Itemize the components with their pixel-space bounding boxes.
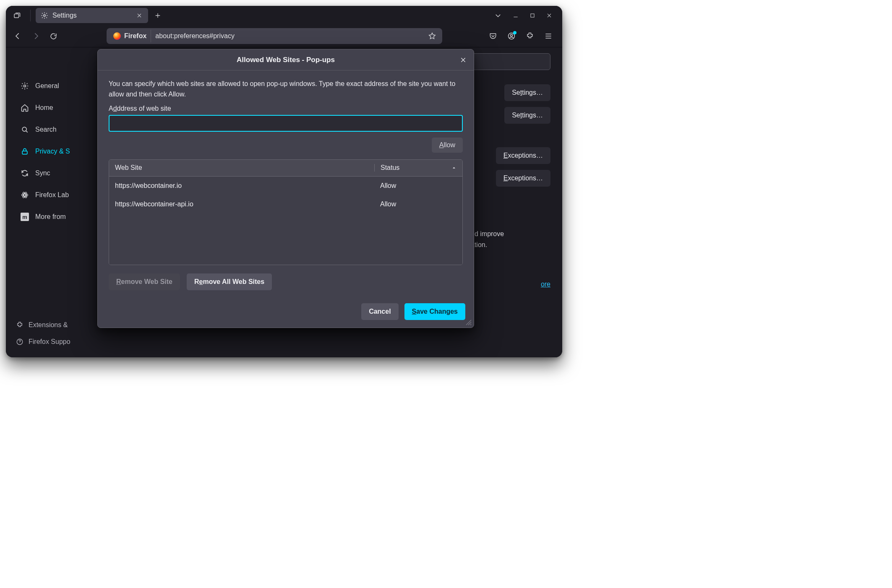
dialog-title: Allowed Web Sites - Pop-ups — [237, 56, 335, 64]
cancel-button[interactable]: Cancel — [361, 303, 398, 320]
firefox-logo-icon — [113, 32, 121, 40]
browser-window: Settings Firefox about:pr — [6, 6, 562, 357]
gear-icon — [20, 82, 29, 90]
svg-point-8 — [24, 194, 26, 196]
cell-website: https://webcontainer.io — [109, 182, 374, 190]
back-button[interactable] — [12, 30, 24, 42]
sidebar-item-label: Sync — [35, 169, 50, 177]
divider — [30, 10, 31, 21]
svg-point-5 — [24, 85, 26, 87]
allow-button[interactable]: Allow — [432, 138, 463, 153]
sidebar-item-label: Home — [35, 104, 53, 112]
background-buttons: Settings… Settings… Exceptions… Exceptio… — [496, 84, 550, 187]
svg-point-6 — [22, 127, 26, 131]
lock-icon — [20, 147, 29, 156]
resize-grip-icon[interactable] — [465, 319, 472, 326]
url-bar[interactable]: Firefox about:preferences#privacy — [107, 28, 442, 44]
tab-close-button[interactable] — [135, 11, 144, 20]
sidebar-item-label: Firefox Lab — [35, 191, 69, 199]
svg-point-4 — [511, 34, 513, 36]
sidebar-footer-label: Firefox Suppo — [29, 338, 70, 346]
svg-rect-7 — [22, 151, 27, 154]
search-icon — [20, 125, 29, 134]
puzzle-icon — [16, 321, 23, 329]
dialog-description: You can specify which web sites are allo… — [109, 79, 463, 100]
extensions-button[interactable] — [523, 29, 537, 43]
forward-button[interactable] — [29, 30, 42, 42]
svg-rect-0 — [14, 14, 19, 18]
window-maximize-button[interactable] — [524, 9, 540, 22]
account-button[interactable] — [504, 29, 519, 43]
window-controls — [508, 9, 560, 22]
recent-browsing-button[interactable] — [8, 8, 25, 23]
table-row[interactable]: https://webcontainer.io Allow — [109, 177, 462, 195]
bg-settings-button[interactable]: Settings… — [504, 84, 550, 101]
reload-button[interactable] — [47, 30, 60, 42]
column-header-status[interactable]: Status — [374, 164, 462, 172]
sidebar-item-label: Privacy & S — [35, 148, 70, 155]
mozilla-icon: m — [20, 213, 29, 221]
svg-rect-2 — [531, 14, 534, 17]
tab-strip: Settings — [6, 6, 562, 25]
sidebar-footer-extensions[interactable]: Extensions & — [16, 319, 70, 331]
window-minimize-button[interactable] — [508, 9, 524, 22]
url-identity-firefox[interactable]: Firefox — [109, 30, 151, 42]
sidebar-footer-support[interactable]: Firefox Suppo — [16, 336, 70, 348]
remove-website-button[interactable]: Remove Web Site — [109, 273, 180, 290]
tab-settings[interactable]: Settings — [36, 8, 148, 23]
nav-toolbar: Firefox about:preferences#privacy — [6, 25, 562, 47]
allowed-sites-table: Web Site Status https://webcontainer.io … — [109, 159, 463, 265]
bg-exceptions-button[interactable]: Exceptions… — [496, 147, 550, 164]
settings-sidebar-footer: Extensions & Firefox Suppo — [16, 319, 70, 348]
sidebar-item-label: Search — [35, 126, 57, 133]
app-menu-button[interactable] — [541, 29, 556, 43]
url-product: Firefox — [124, 32, 146, 40]
column-header-website[interactable]: Web Site — [109, 164, 374, 172]
svg-point-1 — [44, 15, 46, 17]
tab-title: Settings — [52, 12, 77, 19]
cell-status: Allow — [374, 200, 462, 208]
help-icon — [16, 338, 23, 346]
remove-all-websites-button[interactable]: Remove All Web Sites — [187, 273, 272, 290]
save-changes-button[interactable]: Save Changes — [404, 303, 465, 320]
popup-exceptions-dialog: Allowed Web Sites - Pop-ups You can spec… — [97, 49, 474, 328]
notification-dot-icon — [513, 31, 516, 34]
labs-icon — [20, 191, 29, 199]
list-all-tabs-button[interactable] — [491, 8, 505, 23]
page-content: ngs General Home Search Privacy & S Sync… — [6, 47, 562, 357]
address-input[interactable] — [109, 115, 463, 132]
sidebar-item-label: General — [35, 82, 59, 90]
background-text-fragment: nd improveation. — [471, 229, 550, 250]
sidebar-footer-label: Extensions & — [29, 321, 68, 329]
new-tab-button[interactable] — [151, 8, 165, 23]
cell-status: Allow — [374, 182, 462, 190]
sidebar-item-label: More from — [35, 213, 66, 221]
sync-icon — [20, 169, 29, 177]
gear-icon — [41, 12, 48, 19]
cell-website: https://webcontainer-api.io — [109, 200, 374, 208]
bg-settings-button[interactable]: Settings… — [504, 107, 550, 124]
bg-exceptions-button[interactable]: Exceptions… — [496, 170, 550, 187]
pocket-button[interactable] — [486, 29, 500, 43]
url-text: about:preferences#privacy — [151, 30, 239, 42]
dialog-titlebar: Allowed Web Sites - Pop-ups — [98, 49, 474, 70]
table-row[interactable]: https://webcontainer-api.io Allow — [109, 195, 462, 213]
sort-asc-icon — [451, 165, 456, 170]
dialog-close-button[interactable] — [457, 54, 469, 66]
window-close-button[interactable] — [541, 9, 557, 22]
background-link-fragment[interactable]: ore — [541, 281, 550, 288]
bookmark-star-button[interactable] — [425, 32, 439, 40]
home-icon — [20, 104, 29, 112]
address-label: Adddress of web site — [109, 105, 463, 112]
